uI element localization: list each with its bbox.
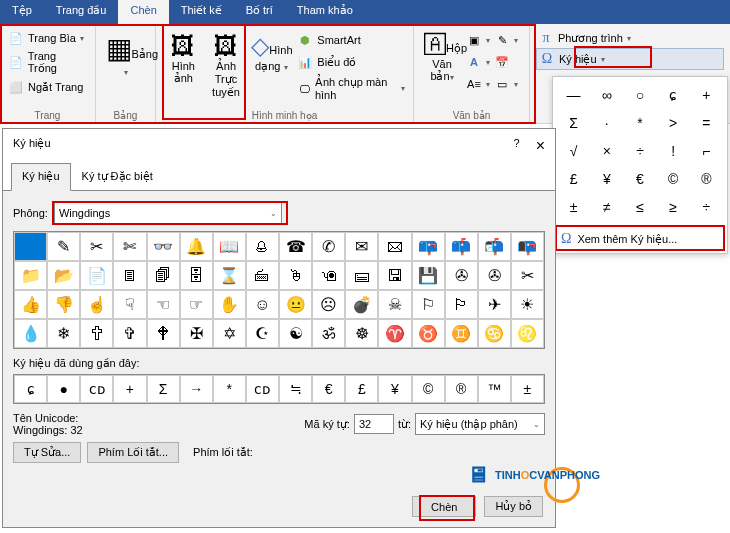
symbol-cell[interactable]: ♊ bbox=[445, 319, 478, 348]
symbol-cell[interactable]: ☜ bbox=[147, 290, 180, 319]
autocorrect-button[interactable]: Tự Sửa... bbox=[13, 442, 81, 463]
recent-symbol[interactable]: £ bbox=[345, 375, 378, 403]
tab-references[interactable]: Tham khảo bbox=[285, 0, 365, 24]
symbol-option[interactable]: ÷ bbox=[623, 137, 656, 165]
symbol-cell[interactable]: ✋ bbox=[213, 290, 246, 319]
symbol-cell[interactable]: 📄 bbox=[80, 261, 113, 290]
symbol-cell[interactable]: ✠ bbox=[180, 319, 213, 348]
recent-symbol[interactable]: ® bbox=[445, 375, 478, 403]
symbol-cell[interactable]: 🖫 bbox=[378, 261, 411, 290]
recent-symbol[interactable]: ¥ bbox=[378, 375, 411, 403]
symbol-cell[interactable]: 📖 bbox=[213, 232, 246, 261]
symbol-option[interactable]: ≤ bbox=[623, 193, 656, 221]
symbol-cell[interactable]: 🖲 bbox=[312, 261, 345, 290]
symbol-cell[interactable]: ☪ bbox=[246, 319, 279, 348]
symbol-cell[interactable]: ☹ bbox=[312, 290, 345, 319]
symbol-cell[interactable]: ✄ bbox=[113, 232, 146, 261]
symbol-cell[interactable]: ॐ bbox=[312, 319, 345, 348]
symbol-cell[interactable]: 🖂 bbox=[378, 232, 411, 261]
tab-home[interactable]: Trang đầu bbox=[44, 0, 119, 24]
symbol-cell[interactable]: 📂 bbox=[47, 261, 80, 290]
symbol-option[interactable]: € bbox=[623, 165, 656, 193]
symbol-cell[interactable]: ✂ bbox=[511, 261, 544, 290]
symbol-cell[interactable]: 🖰 bbox=[279, 261, 312, 290]
symbol-cell[interactable]: ☸ bbox=[345, 319, 378, 348]
recent-symbol[interactable]: ≒ bbox=[279, 375, 312, 403]
recent-symbol[interactable]: € bbox=[312, 375, 345, 403]
symbol-option[interactable]: = bbox=[690, 109, 723, 137]
symbol-cell[interactable]: 💾 bbox=[412, 261, 445, 290]
close-button[interactable]: × bbox=[536, 137, 545, 155]
symbol-option[interactable]: © bbox=[657, 165, 690, 193]
symbol-cell[interactable]: 📭 bbox=[511, 232, 544, 261]
shortcut-key-button[interactable]: Phím Lối tắt... bbox=[87, 442, 179, 463]
recent-symbol[interactable]: ɕ bbox=[14, 375, 47, 403]
tab-symbols[interactable]: Ký hiệu bbox=[11, 163, 71, 191]
recent-symbol[interactable]: ᴄᴅ bbox=[246, 375, 279, 403]
symbol-cell[interactable]: ❄ bbox=[47, 319, 80, 348]
symbol-cell[interactable]: 📫 bbox=[445, 232, 478, 261]
symbol-option[interactable]: £ bbox=[557, 165, 590, 193]
recent-symbol[interactable]: + bbox=[113, 375, 146, 403]
symbol-cell[interactable]: ✈ bbox=[478, 290, 511, 319]
symbol-cell[interactable]: ⌛ bbox=[213, 261, 246, 290]
symbol-cell[interactable]: ♉ bbox=[412, 319, 445, 348]
recent-symbol[interactable]: ● bbox=[47, 375, 80, 403]
symbol-option[interactable]: √ bbox=[557, 137, 590, 165]
symbol-option[interactable]: + bbox=[690, 81, 723, 109]
symbol-option[interactable]: ○ bbox=[623, 81, 656, 109]
cancel-button[interactable]: Hủy bỏ bbox=[484, 496, 543, 517]
symbol-option[interactable]: ∞ bbox=[590, 81, 623, 109]
symbol-cell[interactable]: 🕆 bbox=[80, 319, 113, 348]
symbol-cell[interactable]: ✆ bbox=[312, 232, 345, 261]
symbol-option[interactable]: — bbox=[557, 81, 590, 109]
from-select[interactable]: Ký hiệu (thập phân)⌄ bbox=[415, 413, 545, 435]
symbol-cell[interactable]: ♌ bbox=[511, 319, 544, 348]
symbol-cell[interactable]: ⚐ bbox=[412, 290, 445, 319]
recent-symbol[interactable]: * bbox=[213, 375, 246, 403]
symbol-cell[interactable]: ✞ bbox=[113, 319, 146, 348]
symbol-cell[interactable]: ✉ bbox=[345, 232, 378, 261]
symbol-option[interactable]: ⌐ bbox=[690, 137, 723, 165]
symbol-cell[interactable]: 👓 bbox=[147, 232, 180, 261]
recent-symbol[interactable]: → bbox=[180, 375, 213, 403]
symbol-cell[interactable]: ☟ bbox=[113, 290, 146, 319]
symbol-cell[interactable]: ✇ bbox=[478, 261, 511, 290]
symbol-option[interactable]: > bbox=[657, 109, 690, 137]
symbol-cell[interactable]: ☺ bbox=[246, 290, 279, 319]
tab-special-chars[interactable]: Ký tự Đặc biệt bbox=[71, 163, 164, 190]
symbol-cell[interactable]: ✇ bbox=[445, 261, 478, 290]
symbol-option[interactable]: ! bbox=[657, 137, 690, 165]
symbol-cell[interactable] bbox=[14, 232, 47, 261]
recent-symbol[interactable]: Σ bbox=[147, 375, 180, 403]
symbol-option[interactable]: · bbox=[590, 109, 623, 137]
symbol-option[interactable]: ≠ bbox=[590, 193, 623, 221]
font-select[interactable]: Wingdings⌄ bbox=[54, 202, 282, 224]
recent-symbol[interactable]: ± bbox=[511, 375, 544, 403]
symbol-cell[interactable]: ✂ bbox=[80, 232, 113, 261]
symbol-option[interactable]: ÷ bbox=[690, 193, 723, 221]
symbol-option[interactable]: × bbox=[590, 137, 623, 165]
tab-design[interactable]: Thiết kế bbox=[169, 0, 234, 24]
symbol-option[interactable]: ± bbox=[557, 193, 590, 221]
symbol-cell[interactable]: 🗏 bbox=[113, 261, 146, 290]
recent-symbol[interactable]: © bbox=[412, 375, 445, 403]
help-button[interactable]: ? bbox=[514, 137, 520, 155]
symbol-cell[interactable]: ♈ bbox=[378, 319, 411, 348]
tab-layout[interactable]: Bố trí bbox=[234, 0, 285, 24]
symbol-cell[interactable]: 🗐 bbox=[147, 261, 180, 290]
symbol-cell[interactable]: ✎ bbox=[47, 232, 80, 261]
recent-symbol[interactable]: ᴄᴅ bbox=[80, 375, 113, 403]
symbol-option[interactable]: ≥ bbox=[657, 193, 690, 221]
symbol-cell[interactable]: ☝ bbox=[80, 290, 113, 319]
symbol-cell[interactable]: 📬 bbox=[478, 232, 511, 261]
symbol-cell[interactable]: ☀ bbox=[511, 290, 544, 319]
symbol-cell[interactable]: 💧 bbox=[14, 319, 47, 348]
symbol-cell[interactable]: 🗄 bbox=[180, 261, 213, 290]
symbol-cell[interactable]: 📪 bbox=[412, 232, 445, 261]
symbol-option[interactable]: ɕ bbox=[657, 81, 690, 109]
tab-file[interactable]: Tệp bbox=[0, 0, 44, 24]
symbol-cell[interactable]: 🖮 bbox=[246, 261, 279, 290]
symbol-cell[interactable]: 🔔 bbox=[180, 232, 213, 261]
symbol-cell[interactable]: ☞ bbox=[180, 290, 213, 319]
